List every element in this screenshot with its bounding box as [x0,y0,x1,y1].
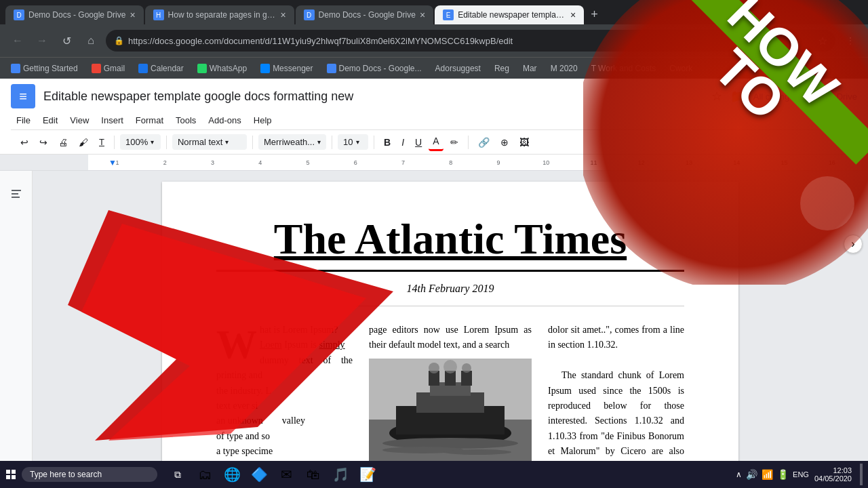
tab-1-close[interactable]: × [130,9,135,20]
tab-2-close[interactable]: × [280,9,285,20]
taskbar-app-task-view[interactable]: ⧉ [165,462,190,487]
address-bar-row: ← → ↺ ⌂ 🔒 https://docs.google.com/docume… [0,24,868,57]
tab-3-favicon: D [304,9,315,20]
bold-button[interactable]: B [380,134,395,150]
ruler-num-8: 8 [427,159,475,166]
highlight-button[interactable]: ✏ [446,134,462,150]
outline-icon[interactable] [4,182,28,206]
tab-3-title: Demo Docs - Google Drive [319,10,416,20]
zoom-select[interactable]: 100% ▾ [120,134,161,150]
bookmark-reg[interactable]: Reg [489,62,515,75]
bookmark-cwork[interactable]: Cwork [664,62,698,75]
bookmark-getting-started[interactable]: Getting Started [5,62,83,75]
menu-format[interactable]: Format [130,113,169,128]
star-doc-icon[interactable]: ☆ [711,89,722,104]
font-select[interactable]: Merriweath... ▾ [258,134,326,150]
volume-icon[interactable]: 📶 [762,469,773,480]
style-select[interactable]: Normal text ▾ [172,134,247,150]
show-desktop-button[interactable] [860,464,863,485]
size-value: 10 [343,137,353,147]
svg-rect-2 [12,197,20,198]
ruler-margin-left [0,155,88,170]
clear-format-button[interactable]: T [95,134,108,150]
docs-document-title[interactable]: Editable newspaper template google docs … [43,89,703,104]
underline-button[interactable]: U [411,134,426,150]
new-tab-button[interactable]: + [585,5,604,24]
bookmark-label-1: Getting Started [23,64,78,73]
taskbar-app-explorer[interactable]: 🗂 [193,462,217,487]
taskbar-app-store[interactable]: 🛍 [301,462,326,487]
back-button[interactable]: ← [8,31,27,50]
bookmark-whatsapp[interactable]: WhatsApp [192,62,252,75]
bookmark-label-8: Reg [494,64,509,73]
forward-button[interactable]: → [33,31,52,50]
bookmark-twork[interactable]: T Work and Costs [586,62,662,75]
battery-icon[interactable]: 🔋 [777,469,789,480]
time-value: 12:03 [814,466,852,474]
time-display[interactable]: 12:03 04/05/2020 [814,466,852,483]
tray-up-arrow[interactable]: ∧ [736,470,742,479]
reload-button[interactable]: ↺ [57,31,76,50]
taskbar-app-mail[interactable]: ✉ [274,462,298,487]
docs-app: ≡ Editable newspaper template google doc… [0,79,868,461]
link-button[interactable]: 🔗 [474,134,494,150]
redo-button[interactable]: ↪ [35,134,52,150]
style-value: Normal text [178,137,222,147]
network-icon[interactable]: 🔊 [746,469,757,480]
print-button[interactable]: 🖨 [54,134,72,150]
windows-start-button[interactable] [5,469,16,480]
tab-4-close[interactable]: × [570,9,576,20]
bookmark-demo-docs[interactable]: Demo Docs - Google... [321,62,427,75]
menu-insert[interactable]: Insert [96,113,129,128]
undo-button[interactable]: ↩ [16,134,33,150]
menu-help[interactable]: Help [248,113,277,128]
svg-rect-20 [6,470,10,474]
menu-addons[interactable]: Add-ons [203,113,246,128]
comment-button[interactable]: ⊕ [496,134,513,150]
menu-edit[interactable]: Edit [37,113,63,128]
col1-text1: hat is Lorem Ipsum? [260,325,338,335]
ship-image-container [369,359,532,461]
svg-rect-23 [12,475,16,479]
menu-view[interactable]: View [64,113,94,128]
bookmark-m2020[interactable]: M 2020 [545,62,583,75]
text-color-button[interactable]: A [429,133,443,151]
bookmark-gmail[interactable]: Gmail [86,62,130,75]
taskbar-app-edge[interactable]: 🔷 [247,462,271,487]
italic-button[interactable]: I [397,134,408,150]
taskbar-search[interactable]: Type here to search [22,467,157,482]
system-tray: ∧ 🔊 📶 🔋 ENG [736,469,809,480]
address-bar[interactable]: 🔒 https://docs.google.com/document/d/11W… [106,30,835,52]
ruler-marker-left[interactable]: ▼ [110,155,115,170]
extensions-button[interactable]: ⋮ [841,31,860,50]
tab-2[interactable]: H How to separate pages in go... × [145,5,294,24]
home-button[interactable]: ⌂ [81,31,100,50]
bookmark-messenger[interactable]: Messenger [255,62,318,75]
bookmark-calendar[interactable]: Calendar [133,62,189,75]
lock-icon: 🔒 [114,36,124,45]
doc-content-wrapper: The Atlantic Times 14th February 2019 W … [0,171,868,461]
scroll-right-button[interactable]: › [844,235,863,253]
move-icon[interactable]: 📁 [730,89,745,104]
ruler-num-2: 2 [141,159,189,166]
tab-4[interactable]: E Editable newspaper template... × [435,5,584,24]
bookmark-label-5: Messenger [273,64,313,73]
image-button[interactable]: 🖼 [515,134,533,150]
bookmark-adorsuggest[interactable]: Adorsuggest [430,62,486,75]
tab-1[interactable]: D Demo Docs - Google Drive × [5,5,144,24]
tab-3-close[interactable]: × [420,9,425,20]
star-icon[interactable]: ☆ [818,35,827,47]
paint-format-button[interactable]: 🖌 [75,134,92,150]
size-select[interactable]: 10 ▾ [338,134,368,150]
newspaper-date: 14th February 2019 [216,283,684,306]
bookmark-label-10: M 2020 [551,64,578,73]
taskbar-app-spotify[interactable]: 🎵 [328,462,353,487]
menu-tools[interactable]: Tools [170,113,201,128]
bookmark-mar[interactable]: Mar [517,62,542,75]
col1-text2: Loem [260,340,282,350]
taskbar-app-notepad[interactable]: 📝 [355,462,380,487]
tab-3[interactable]: D Demo Docs - Google Drive × [296,5,434,24]
menu-file[interactable]: File [11,113,36,128]
ship-svg [369,359,532,461]
taskbar-app-chrome[interactable]: 🌐 [220,462,244,487]
